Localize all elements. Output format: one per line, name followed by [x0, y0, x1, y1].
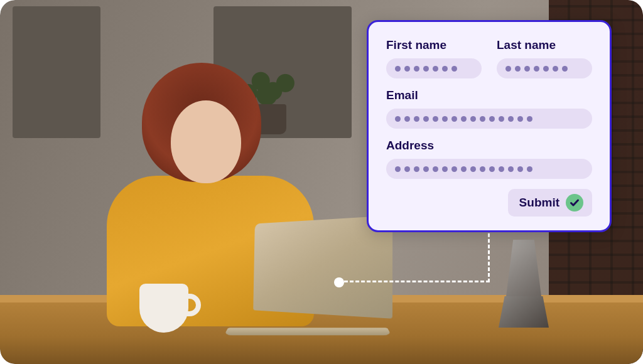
last-name-label: Last name	[497, 38, 592, 52]
first-name-input[interactable]	[386, 58, 482, 78]
first-name-label: First name	[386, 38, 482, 52]
last-name-field: Last name	[497, 38, 592, 78]
form-card: First name Last name Email Address Submi…	[367, 20, 612, 232]
submit-button-label: Submit	[519, 196, 559, 210]
check-icon	[566, 194, 583, 211]
email-field: Email	[386, 88, 592, 129]
laptop	[207, 220, 396, 339]
last-name-input[interactable]	[497, 58, 592, 78]
first-name-field: First name	[386, 38, 482, 78]
address-label: Address	[386, 139, 592, 153]
moka-pot	[499, 240, 549, 334]
address-field: Address	[386, 139, 592, 179]
coffee-mug	[139, 284, 188, 333]
submit-button[interactable]: Submit	[508, 189, 592, 217]
email-label: Email	[386, 88, 592, 102]
address-input[interactable]	[386, 159, 592, 179]
email-input[interactable]	[386, 109, 592, 129]
